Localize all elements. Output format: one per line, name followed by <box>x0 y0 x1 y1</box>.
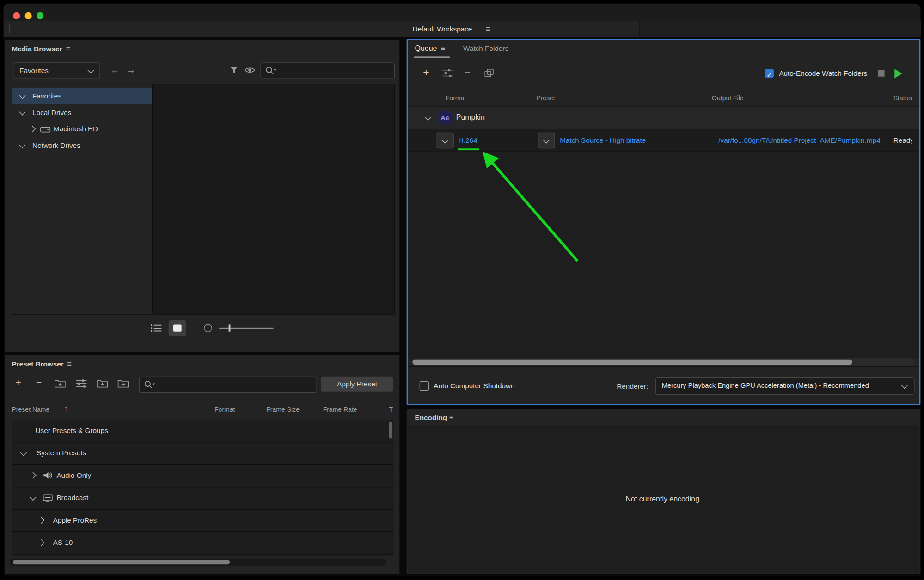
output-file-link[interactable]: /var/fo...00gn/T/Untitled Project_AME/Pu… <box>707 136 881 144</box>
chevron-down-icon[interactable] <box>20 449 27 456</box>
search-icon <box>265 66 277 77</box>
tree-item-network-drives[interactable]: Network Drives <box>12 137 152 154</box>
preset-browser-menu-icon[interactable]: ≡ <box>67 360 72 368</box>
stop-queue-button[interactable] <box>878 70 885 77</box>
export-preset-folder-icon[interactable] <box>117 379 129 388</box>
horizontal-scrollbar-thumb[interactable] <box>13 560 230 564</box>
auto-shutdown-checkbox[interactable] <box>420 381 429 391</box>
new-group-folder-icon[interactable] <box>54 379 66 388</box>
filter-icon[interactable] <box>228 64 239 76</box>
panel-grip[interactable] <box>6 24 10 33</box>
preset-list: User Presets & Groups System Presets Aud… <box>12 420 393 556</box>
tab-watch-folders[interactable]: Watch Folders <box>463 44 508 53</box>
preset-search-field[interactable] <box>139 377 317 393</box>
media-search-input[interactable] <box>276 64 393 77</box>
workspace-menu-icon[interactable]: ≡ <box>485 25 490 33</box>
tab-queue[interactable]: Queue <box>415 44 437 53</box>
broadcast-tv-icon <box>43 493 53 502</box>
encoding-menu-icon[interactable]: ≡ <box>449 414 453 421</box>
column-frame-size[interactable]: Frame Size <box>266 406 300 413</box>
workspace-tab-inactive-area <box>639 21 921 37</box>
chevron-down-icon <box>87 67 94 73</box>
tree-item-local-drives[interactable]: Local Drives <box>12 104 152 121</box>
preset-row-label: System Presets <box>37 449 86 457</box>
list-item[interactable]: User Presets & Groups <box>12 420 393 443</box>
chevron-right-icon[interactable] <box>38 517 44 523</box>
slider-thumb[interactable] <box>229 324 231 331</box>
media-browser-title[interactable]: Media Browser <box>12 45 62 53</box>
horizontal-scrollbar-thumb[interactable] <box>412 360 852 365</box>
location-dropdown-value: Favorites <box>19 67 49 75</box>
preset-browser-panel: Preset Browser ≡ + − <box>5 355 399 574</box>
queue-settings-icon[interactable] <box>442 68 453 78</box>
location-dropdown[interactable]: Favorites <box>13 62 100 79</box>
create-preset-button[interactable]: + <box>15 378 21 388</box>
list-item[interactable]: System Presets <box>12 442 393 465</box>
list-item[interactable]: Audio Only <box>12 464 393 488</box>
chevron-right-icon[interactable] <box>29 126 36 132</box>
back-button[interactable]: ← <box>110 66 119 75</box>
after-effects-badge: Ae <box>439 111 452 124</box>
folder-tree: Favorites Local Drives Macintosh HD <box>12 84 153 314</box>
column-format[interactable]: Format <box>214 406 235 413</box>
media-browser-menu-icon[interactable]: ≡ <box>66 45 71 53</box>
delete-preset-button[interactable]: − <box>36 378 42 388</box>
workspace-title[interactable]: Default Workspace <box>412 25 472 33</box>
chevron-down-icon[interactable] <box>19 141 25 148</box>
encoding-title[interactable]: Encoding <box>415 414 447 422</box>
search-icon <box>144 380 155 391</box>
renderer-dropdown[interactable]: Mercury Playback Engine GPU Acceleration… <box>655 377 915 395</box>
remove-output-button[interactable]: − <box>465 67 471 78</box>
vertical-scrollbar[interactable] <box>389 422 392 439</box>
import-preset-folder-icon[interactable] <box>97 379 108 388</box>
preset-link[interactable]: Match Source - High bitrate <box>560 136 646 144</box>
zoom-button[interactable] <box>37 12 43 19</box>
queue-panel: Queue ≡ Watch Folders + − ✓ Auto-Encode … <box>407 39 921 405</box>
thumbnail-icon <box>173 324 182 331</box>
chevron-down-icon <box>543 137 550 143</box>
duplicate-icon[interactable] <box>483 68 495 79</box>
preset-row-label: Apple ProRes <box>53 516 97 525</box>
column-frame-rate[interactable]: Frame Rate <box>323 406 357 413</box>
queue-footer: Auto Computer Shutdown Renderer: Mercury… <box>408 366 919 405</box>
add-output-button[interactable]: + <box>423 67 429 78</box>
chevron-down-icon[interactable] <box>19 92 25 98</box>
renderer-label: Renderer: <box>585 382 649 391</box>
renderer-value: Mercury Playback Engine GPU Acceleration… <box>662 382 869 389</box>
job-group-row[interactable]: Ae Pumpkin <box>408 107 919 130</box>
format-dropdown-button[interactable] <box>437 133 454 148</box>
list-item[interactable]: Broadcast <box>12 487 393 510</box>
column-truncated[interactable]: T <box>389 406 393 413</box>
queue-menu-icon[interactable]: ≡ <box>441 44 446 52</box>
eye-icon[interactable] <box>244 64 256 76</box>
thumbnail-view-button[interactable] <box>169 320 186 336</box>
preset-dropdown-button[interactable] <box>538 133 555 148</box>
list-item[interactable]: Apple ProRes <box>12 509 393 532</box>
tree-item-macintosh-hd[interactable]: Macintosh HD <box>12 121 152 137</box>
chevron-down-icon[interactable] <box>424 114 431 120</box>
minimize-button[interactable] <box>25 12 32 19</box>
list-item[interactable]: AS-10 <box>12 531 393 555</box>
thumbnail-size-slider[interactable] <box>219 328 273 329</box>
media-search-field[interactable] <box>260 62 395 79</box>
tree-item-favorites[interactable]: Favorites <box>12 88 152 104</box>
start-queue-button[interactable] <box>894 69 902 78</box>
chevron-right-icon[interactable] <box>30 472 36 479</box>
format-link[interactable]: H.264 <box>459 136 477 144</box>
chevron-down-icon[interactable] <box>19 109 25 115</box>
preset-search-input[interactable] <box>155 378 315 391</box>
forward-button[interactable]: → <box>126 66 135 75</box>
list-view-button[interactable] <box>150 322 163 334</box>
apply-preset-button[interactable]: Apply Preset <box>321 377 393 392</box>
preset-settings-icon[interactable] <box>75 379 87 388</box>
auto-encode-checkbox[interactable]: ✓ <box>765 69 774 78</box>
column-preset-name[interactable]: Preset Name <box>12 406 49 413</box>
sort-ascending-icon[interactable]: ↑ <box>64 405 68 412</box>
chevron-right-icon[interactable] <box>38 539 44 546</box>
preset-browser-title[interactable]: Preset Browser <box>12 360 63 368</box>
job-output-row[interactable]: H.264 Match Source - High bitrate /var/f… <box>408 129 919 152</box>
encoding-status-message: Not currently encoding. <box>626 495 702 503</box>
close-button[interactable] <box>13 12 20 19</box>
chevron-down-icon[interactable] <box>30 494 36 501</box>
encoding-panel: Encoding ≡ Not currently encoding. <box>407 409 921 574</box>
